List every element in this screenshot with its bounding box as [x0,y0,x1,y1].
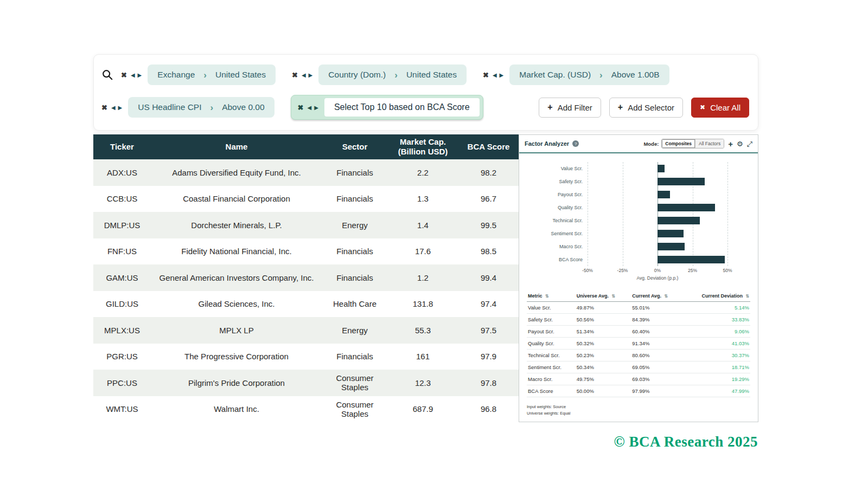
add-filter-button[interactable]: + Add Filter [539,98,601,118]
table-row[interactable]: CCB:USCoastal Financial CorporationFinan… [93,186,519,212]
market-cap-cell: 2.2 [387,159,458,186]
move-left-icon[interactable]: ◀ [302,72,306,78]
ticker-cell: PPC:US [93,370,151,396]
clear-all-label: Clear All [710,103,741,112]
table-row[interactable]: FNF:USFidelity National Financial, Inc.F… [93,238,519,265]
table-header-cell[interactable]: BCA Score [458,134,519,159]
metrics-header-cell[interactable]: Current Deviation ⇅ [682,290,750,302]
metrics-header-cell[interactable]: Metric ⇅ [527,290,576,302]
table-header-cell[interactable]: Sector [322,134,387,159]
selector-label[interactable]: Select Top 10 based on BCA Score [324,98,480,117]
table-row[interactable]: PGR:USThe Progressive CorporationFinanci… [93,344,519,370]
ticker-cell: FNF:US [93,238,151,265]
universe-avg-cell: 50.56% [576,314,631,326]
chart-bar [658,256,725,263]
factor-analyzer-title: Factor Analyzer [525,140,569,147]
table-header-cell[interactable]: Name [151,134,322,159]
table-row[interactable]: GAM:USGeneral American Investors Company… [93,264,519,291]
move-right-icon[interactable]: ▶ [500,72,504,78]
remove-filter-icon[interactable]: ✖ [101,104,107,112]
current-avg-cell: 84.39% [631,314,682,326]
screener-table-body: ADX:USAdams Diversified Equity Fund, Inc… [93,159,519,422]
sector-cell: Consumer Staples [322,396,387,423]
chart-category-label: Payout Scr. [527,188,588,201]
metrics-table-body: Value Scr.49.87%55.01%5.14%Safety Scr.50… [527,302,750,397]
filter-chip: ✖◀▶US Headline CPI›Above 0.00 [101,97,275,118]
filter-value-label: United States [215,70,266,80]
current-deviation-cell: 5.14% [682,302,750,314]
mode-button-composites[interactable]: Composites [662,139,695,148]
plus-icon: + [547,103,552,112]
screener-app: ✖◀▶Exchange›United States✖◀▶Country (Dom… [0,0,868,478]
filter-field-label: Exchange [157,70,195,80]
move-left-icon[interactable]: ◀ [493,72,497,78]
market-cap-cell: 1.3 [387,186,458,212]
table-header-cell[interactable]: Ticker [93,134,151,159]
table-header-cell[interactable]: Market Cap. (Billion USD) [387,134,458,159]
sort-icon: ⇅ [663,294,668,299]
chart-bar-row [588,175,727,188]
add-filter-label: Add Filter [558,103,592,112]
remove-filter-icon[interactable]: ✖ [483,71,489,79]
metric-name-cell: Safety Scr. [527,314,576,326]
metrics-header-cell[interactable]: Current Avg. ⇅ [631,290,682,302]
move-right-icon[interactable]: ▶ [314,105,318,111]
move-left-icon[interactable]: ◀ [308,105,312,111]
ticker-cell: WMT:US [93,396,151,423]
filter-chip: ✖◀▶Country (Dom.)›United States [292,64,467,85]
chart-bar [658,217,700,224]
filter-row-1: ✖◀▶Exchange›United States✖◀▶Country (Dom… [101,64,749,85]
chevron-right-icon: › [394,70,398,80]
metric-name-cell: Value Scr. [527,302,576,314]
current-avg-cell: 55.01% [631,302,682,314]
table-row[interactable]: GILD:USGilead Sciences, Inc.Health Care1… [93,291,519,318]
table-row[interactable]: WMT:USWalmart Inc.Consumer Staples687.99… [93,396,519,423]
chart-category-label: Macro Scr. [527,240,588,253]
help-icon[interactable]: ? [572,140,579,147]
current-deviation-cell: 18.71% [682,361,750,373]
chart-category-label: Sentiment Scr. [527,227,588,240]
table-row[interactable]: ADX:USAdams Diversified Equity Fund, Inc… [93,159,519,186]
move-left-icon[interactable]: ◀ [111,105,116,111]
clear-all-button[interactable]: ✖ Clear All [691,98,749,118]
filter-panel: ✖◀▶Exchange›United States✖◀▶Country (Dom… [93,54,758,131]
metrics-header-cell[interactable]: Universe Avg. ⇅ [576,290,631,302]
sector-cell: Financials [322,159,387,186]
name-cell: Walmart Inc. [151,396,322,423]
search-icon[interactable] [101,69,113,81]
mode-button-all-factors[interactable]: All Factors [695,139,724,148]
remove-filter-icon[interactable]: ✖ [121,71,127,79]
move-right-icon[interactable]: ▶ [309,72,313,78]
current-avg-cell: 69.05% [631,361,682,373]
chart-bar-row [588,227,727,240]
universe-avg-cell: 50.00% [576,385,631,397]
expand-icon[interactable]: ⤢ [747,140,752,147]
table-row[interactable]: MPLX:USMPLX LPEnergy55.397.5 [93,317,519,344]
filter-chip-pill[interactable]: Country (Dom.)›United States [318,64,467,85]
market-cap-cell: 687.9 [387,396,458,423]
table-row[interactable]: DMLP:USDorchester Minerals, L.P.Energy1.… [93,212,519,238]
gridline [727,162,728,266]
metrics-row: Quality Scr.50.32%91.34%41.03% [527,338,750,350]
remove-selector-icon[interactable]: ✖ [298,104,304,112]
settings-gear-icon[interactable]: ⚙ [737,140,743,147]
axis-tick-label: 0% [654,268,661,273]
move-right-icon[interactable]: ▶ [118,105,123,111]
filter-field-label: Country (Dom.) [328,70,386,80]
filter-chip-pill[interactable]: US Headline CPI›Above 0.00 [128,97,274,118]
move-left-icon[interactable]: ◀ [131,72,135,78]
chart-bar-row [588,214,727,227]
move-right-icon[interactable]: ▶ [138,72,142,78]
filter-row-2: ✖◀▶US Headline CPI›Above 0.00 ✖ ◀ ▶ Sele… [101,95,749,120]
factor-analyzer-panel: Factor Analyzer ? Mode: CompositesAll Fa… [519,134,758,422]
metrics-row: Macro Scr.49.75%69.03%19.29% [527,373,750,385]
bca-score-cell: 98.5 [458,238,519,265]
current-deviation-cell: 9.06% [682,326,750,338]
add-chart-icon[interactable]: + [728,140,733,148]
remove-filter-icon[interactable]: ✖ [292,71,298,79]
filter-chip-pill[interactable]: Exchange›United States [148,64,276,85]
add-selector-button[interactable]: + Add Selector [609,98,683,118]
filter-chip-pill[interactable]: Market Cap. (USD)›Above 1.00B [509,64,669,85]
chart-plot-area [588,162,727,266]
table-row[interactable]: PPC:USPilgrim's Pride CorporationConsume… [93,370,519,396]
